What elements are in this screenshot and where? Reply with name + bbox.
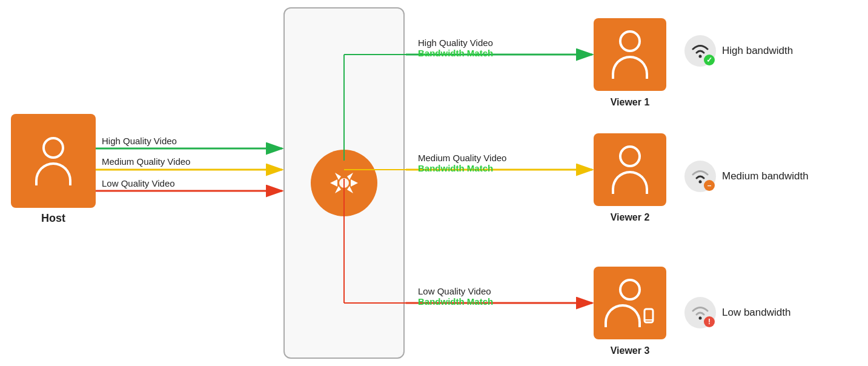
- v1-bandwidth-match: Bandwidth Match: [418, 48, 493, 58]
- v3-quality-label: Low Quality Video: [418, 286, 493, 296]
- svg-point-11: [699, 181, 702, 184]
- badge-orange-2: –: [704, 180, 715, 191]
- viewer3-body: [605, 304, 641, 327]
- host-high-label: High Quality Video: [102, 136, 177, 146]
- viewer3-icon: [605, 279, 655, 327]
- host-label: Host: [41, 212, 65, 225]
- viewer3-label: Viewer 3: [611, 345, 650, 356]
- svg-marker-5: [347, 186, 353, 193]
- v2-label-group: Medium Quality Video Bandwidth Match: [418, 153, 506, 173]
- host-low-label: Low Quality Video: [102, 178, 175, 188]
- viewer2-icon: [612, 145, 648, 194]
- wifi-icon-3: !: [684, 297, 716, 328]
- v1-label-group: High Quality Video Bandwidth Match: [418, 38, 493, 58]
- viewer2-box: Viewer 2: [594, 133, 666, 206]
- viewer1-icon: [612, 30, 648, 79]
- badge-green-1: ✓: [704, 55, 715, 65]
- viewer1-box: Viewer 1: [594, 18, 666, 91]
- viewer1-head: [619, 30, 641, 52]
- v3-label-group: Low Quality Video Bandwidth Match: [418, 286, 493, 307]
- svg-marker-2: [330, 179, 337, 187]
- bandwidth-text-3: Low bandwidth: [722, 307, 790, 319]
- sfu-circle: [311, 150, 377, 216]
- host-person-body: [35, 162, 71, 185]
- svg-point-10: [699, 55, 702, 58]
- svg-marker-1: [351, 179, 358, 187]
- diagram: Host: [0, 0, 868, 366]
- viewer3-box: Viewer 3: [594, 267, 666, 339]
- phone-icon: [642, 308, 655, 326]
- v1-quality-label: High Quality Video: [418, 38, 493, 48]
- wifi-icon-2: –: [684, 161, 716, 192]
- bandwidth-indicator-1: ✓ High bandwidth: [684, 35, 793, 67]
- viewer1-label: Viewer 1: [611, 97, 650, 108]
- sfu-box: [283, 7, 405, 359]
- svg-point-12: [699, 317, 702, 320]
- host-box: Host: [11, 114, 96, 208]
- bandwidth-text-2: Medium bandwidth: [722, 170, 809, 182]
- host-medium-label: Medium Quality Video: [102, 156, 190, 167]
- viewer1-body: [612, 56, 648, 79]
- viewer2-body: [612, 171, 648, 194]
- viewer3-head: [619, 279, 641, 301]
- wifi-icon-1: ✓: [684, 35, 716, 67]
- sfu-icon: [323, 162, 365, 204]
- v2-bandwidth-match: Bandwidth Match: [418, 163, 506, 173]
- svg-marker-6: [335, 186, 341, 193]
- bandwidth-indicator-3: ! Low bandwidth: [684, 297, 790, 328]
- v3-bandwidth-match: Bandwidth Match: [418, 296, 493, 307]
- host-person-icon: [35, 137, 71, 185]
- badge-red-3: !: [704, 316, 715, 327]
- bandwidth-indicator-2: – Medium bandwidth: [684, 161, 809, 192]
- bandwidth-text-1: High bandwidth: [722, 45, 793, 57]
- viewer2-label: Viewer 2: [611, 212, 650, 223]
- svg-marker-3: [347, 173, 353, 180]
- v2-quality-label: Medium Quality Video: [418, 153, 506, 163]
- svg-marker-4: [335, 173, 341, 180]
- host-person-head: [42, 137, 64, 159]
- svg-point-0: [339, 178, 349, 188]
- viewer2-head: [619, 145, 641, 167]
